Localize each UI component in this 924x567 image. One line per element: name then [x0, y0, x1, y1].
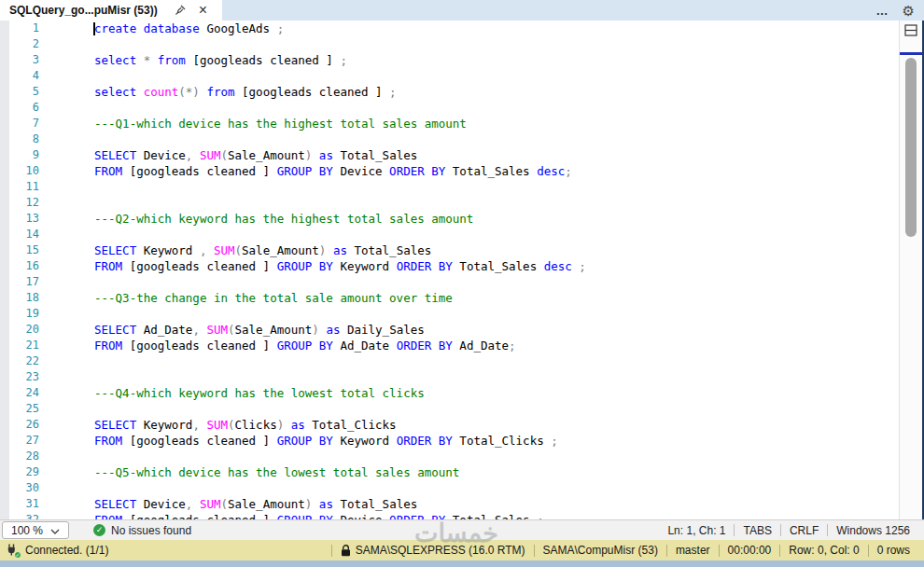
code-text: FROM [googleads cleaned ] GROUP BY Ad_Da… [94, 339, 516, 353]
code-line[interactable]: 27FROM [googleads cleaned ] GROUP BY Key… [0, 433, 899, 449]
more-options-icon[interactable]: … [876, 4, 889, 18]
status-item: 00:00:00 [720, 544, 780, 557]
code-line[interactable]: 5select count(*) from [googleads cleaned… [0, 84, 899, 100]
pin-icon[interactable] [175, 5, 186, 16]
code-line[interactable]: 20SELECT Ad_Date, SUM(Sale_Amount) as Da… [0, 322, 899, 338]
code-text: ---Q4-which keyword has the lowest total… [94, 386, 425, 400]
code-line[interactable]: 22 [0, 353, 899, 369]
code-line[interactable]: 24---Q4-which keyword has the lowest tot… [0, 385, 899, 401]
code-text: ---Q2-which keyword has the highest tota… [94, 212, 473, 226]
lock-icon [341, 545, 351, 557]
code-line[interactable]: 11 [0, 179, 899, 195]
code-text: FROM [googleads cleaned ] GROUP BY Devic… [94, 164, 572, 178]
status-item: 0 rows [869, 544, 918, 557]
line-number: 21 [0, 339, 39, 352]
line-number: 6 [0, 101, 39, 114]
status-item: Ln: 1, Ch: 1 [659, 524, 734, 537]
code-line[interactable]: 7---Q1-which device has the highest tota… [0, 116, 899, 131]
code-text: ---Q5-which device has the lowest total … [94, 465, 459, 479]
connection-label: Connected. (1/1) [25, 544, 108, 557]
line-number: 11 [0, 180, 39, 193]
line-number: 3 [0, 53, 39, 66]
code-line[interactable]: 13---Q2-which keyword has the highest to… [0, 211, 899, 227]
code-line[interactable]: 21FROM [googleads cleaned ] GROUP BY Ad_… [0, 338, 899, 353]
code-text: SELECT Device, SUM(Sale_Amount) as Total… [94, 497, 417, 511]
code-line[interactable]: 2 [0, 36, 899, 52]
code-line[interactable]: 16FROM [googleads cleaned ] GROUP BY Key… [0, 258, 899, 274]
code-line[interactable]: 28 [0, 449, 899, 464]
code-text: FROM [googleads cleaned ] GROUP BY Devic… [94, 513, 544, 520]
line-number: 29 [0, 465, 39, 478]
code-line[interactable]: 6 [0, 100, 899, 116]
split-editor-icon[interactable] [904, 23, 917, 40]
code-line[interactable]: 14 [0, 227, 899, 242]
connection-status-right: SAMA\SQLEXPRESS (16.0 RTM)SAMA\CompuMisr… [331, 544, 924, 557]
status-item: TABS [735, 524, 779, 537]
line-number: 18 [0, 291, 39, 304]
code-line[interactable]: 18---Q3-the change in the total sale amo… [0, 290, 899, 306]
code-line[interactable]: 8 [0, 131, 899, 147]
code-text: select * from [googleads cleaned ] ; [94, 53, 347, 67]
line-number: 9 [0, 148, 39, 161]
code-line[interactable]: 19 [0, 306, 899, 322]
code-text: ---Q1-which device has the highest total… [94, 117, 467, 131]
code-line[interactable]: 3select * from [googleads cleaned ] ; [0, 52, 899, 68]
editor-status-bar: 100 % ✓ No issues found Ln: 1, Ch: 1TABS… [0, 519, 924, 540]
code-line[interactable]: 4 [0, 68, 899, 84]
code-line[interactable]: 10FROM [googleads cleaned ] GROUP BY Dev… [0, 163, 899, 179]
editor-status-right: Ln: 1, Ch: 1TABSCRLFWindows 1256 [659, 524, 924, 537]
code-text: SELECT Ad_Date, SUM(Sale_Amount) as Dail… [94, 323, 425, 337]
code-line[interactable]: 26SELECT Keyword, SUM(Clicks) as Total_C… [0, 417, 899, 433]
code-line[interactable]: 31SELECT Device, SUM(Sale_Amount) as Tot… [0, 496, 899, 512]
scrollbar-thumb[interactable] [905, 58, 917, 237]
issues-indicator[interactable]: ✓ No issues found [93, 524, 191, 537]
code-line[interactable]: 23 [0, 369, 899, 385]
code-line[interactable]: 1create database GoogleAds ; [0, 21, 899, 36]
code-text: SELECT Keyword , SUM(Sale_Amount) as Tot… [94, 243, 431, 257]
line-number: 32 [0, 513, 39, 519]
line-number: 22 [0, 354, 39, 367]
status-item: Row: 0, Col: 0 [780, 544, 867, 557]
line-number: 17 [0, 275, 39, 288]
code-line[interactable]: 25 [0, 401, 899, 417]
gear-icon[interactable]: ⚙ [903, 4, 915, 18]
sql-editor[interactable]: 1create database GoogleAds ;23select * f… [0, 21, 899, 519]
code-line[interactable]: 12 [0, 195, 899, 211]
status-item: Windows 1256 [828, 524, 918, 537]
status-item: CRLF [781, 524, 827, 537]
line-number: 5 [0, 85, 39, 98]
code-line[interactable]: 17 [0, 274, 899, 290]
issues-label: No issues found [111, 524, 191, 537]
zoom-value: 100 % [11, 524, 43, 537]
line-number: 2 [0, 37, 39, 50]
tab-sqlquery[interactable]: SQLQuery_go...puMisr (53)) × [0, 0, 222, 21]
line-number: 13 [0, 212, 39, 225]
status-item: SAMA\CompuMisr (53) [535, 544, 666, 557]
line-number: 31 [0, 497, 39, 510]
close-icon[interactable]: × [199, 3, 207, 18]
tab-title: SQLQuery_go...puMisr (53)) [9, 4, 161, 17]
code-line[interactable]: 9SELECT Device, SUM(Sale_Amount) as Tota… [0, 147, 899, 163]
window-bottom-edge [0, 560, 924, 567]
line-number: 4 [0, 69, 39, 82]
line-number: 8 [0, 132, 39, 145]
code-line[interactable]: 15SELECT Keyword , SUM(Sale_Amount) as T… [0, 242, 899, 258]
code-text: select count(*) from [googleads cleaned … [94, 85, 397, 99]
line-number: 27 [0, 434, 39, 447]
code-text: create database GoogleAds ; [94, 21, 284, 35]
connection-indicator[interactable]: ✓ Connected. (1/1) [0, 544, 108, 557]
line-number: 23 [0, 370, 39, 383]
line-number: 24 [0, 386, 39, 399]
code-line[interactable]: 29---Q5-which device has the lowest tota… [0, 464, 899, 480]
zoom-dropdown[interactable]: 100 % [2, 521, 69, 539]
code-line[interactable]: 30 [0, 480, 899, 496]
connected-check-icon: ✓ [14, 551, 21, 559]
vertical-scrollbar[interactable] [899, 21, 922, 519]
plug-icon: ✓ [6, 544, 19, 557]
tab-bar-actions: … ⚙ [876, 0, 924, 21]
line-number: 12 [0, 196, 39, 209]
text-caret [93, 22, 95, 35]
code-text: ---Q3-the change in the total sale amoun… [94, 291, 453, 305]
status-item: SAMA\SQLEXPRESS (16.0 RTM) [332, 544, 534, 557]
code-line[interactable]: 32FROM [googleads cleaned ] GROUP BY Dev… [0, 512, 899, 520]
